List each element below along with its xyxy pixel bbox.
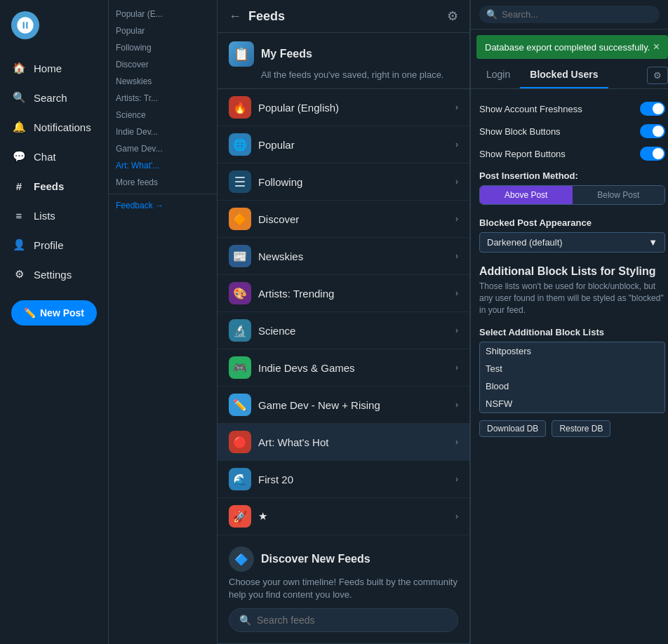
feeds-sidebar-science[interactable]: Science — [109, 107, 217, 123]
feed-item-popular[interactable]: 🌐 Popular › — [218, 126, 469, 163]
above-post-button[interactable]: Above Post — [480, 186, 573, 204]
back-icon[interactable]: ← — [229, 9, 241, 24]
discover-header: 🔷 Discover New Feeds — [229, 546, 458, 572]
chevron-right-icon: › — [455, 140, 458, 149]
search-icon: 🔍 — [11, 90, 27, 105]
tab-blocked-users[interactable]: Blocked Users — [520, 62, 608, 88]
sidebar-item-profile[interactable]: 👤 Profile — [0, 230, 108, 260]
select-block-lists-label: Select Additional Block Lists — [479, 321, 665, 342]
feeds-sidebar-discover[interactable]: Discover — [109, 56, 217, 73]
feed-item-discover[interactable]: 🔶 Discover › — [218, 201, 469, 238]
feeds-sidebar-feedback[interactable]: Feedback → — [109, 197, 217, 214]
download-db-button[interactable]: Download DB — [479, 420, 546, 437]
sidebar-item-feeds[interactable]: # Feeds — [0, 171, 108, 201]
settings-gear-button[interactable]: ⚙ — [647, 67, 668, 84]
block-list-shitposters[interactable]: Shitposters — [480, 342, 664, 360]
block-list-test[interactable]: Test — [480, 360, 664, 377]
chat-icon: 💬 — [11, 149, 27, 164]
discover-search-box[interactable]: 🔍 — [229, 608, 458, 632]
feed-item-newskies[interactable]: 📰 Newskies › — [218, 238, 469, 275]
feeds-sidebar-indie[interactable]: Indie Dev... — [109, 123, 217, 140]
settings-content: Show Account Freshness Show Block Button… — [471, 89, 668, 445]
right-search-icon: 🔍 — [486, 9, 497, 20]
feed-item-art-hot[interactable]: 🔴 Art: What's Hot › — [218, 424, 469, 461]
below-post-button[interactable]: Below Post — [573, 186, 665, 204]
feed-item-left: Following — [229, 170, 302, 193]
chevron-right-icon: › — [455, 326, 458, 335]
right-search-input[interactable] — [502, 9, 653, 20]
show-block-buttons-label: Show Block Buttons — [479, 126, 561, 137]
blocked-appearance-value: Darkened (default) — [487, 237, 563, 248]
feed-icon: 🔴 — [229, 431, 251, 453]
feeds-sidebar-popular-english[interactable]: Popular (E... — [109, 6, 217, 22]
feed-icon: 🌐 — [229, 133, 251, 156]
post-insertion-method: Above Post Below Post — [479, 185, 665, 205]
feed-item-artists[interactable]: 🎨 Artists: Trending › — [218, 275, 469, 312]
app-logo[interactable] — [11, 11, 39, 39]
feed-item-gamedev[interactable]: ✏️ Game Dev - New + Rising › — [218, 387, 469, 424]
sidebar-item-notifications[interactable]: 🔔 Notifications — [0, 112, 108, 142]
feeds-sidebar-gamedev[interactable]: Game Dev... — [109, 140, 217, 157]
tab-login[interactable]: Login — [476, 62, 520, 88]
new-post-icon: ✏️ — [24, 307, 36, 318]
sidebar-item-label: Feeds — [34, 180, 64, 192]
feeds-title: Feeds — [248, 9, 285, 24]
sidebar-divider — [109, 194, 217, 194]
feeds-settings-icon[interactable]: ⚙ — [447, 8, 458, 24]
person-icon: 👤 — [11, 237, 27, 253]
search-icon: 🔍 — [239, 615, 251, 626]
feeds-sidebar-art-hot[interactable]: Art: What'... — [109, 157, 217, 174]
block-list-nsfw[interactable]: NSFW — [480, 395, 664, 412]
feed-item-indie-devs[interactable]: 🎮 Indie Devs & Games › — [218, 349, 469, 387]
sidebar-item-settings[interactable]: ⚙ Settings — [0, 260, 108, 289]
additional-block-subtitle: Those lists won't be used for block/unbl… — [479, 281, 665, 316]
feed-icon: 🚀 — [229, 505, 251, 528]
block-list-blood[interactable]: Blood — [480, 377, 664, 395]
feed-icon: 🌊 — [229, 468, 251, 490]
discover-search-input[interactable] — [257, 615, 448, 626]
feed-item-science[interactable]: 🔬 Science › — [218, 312, 469, 349]
gear-icon: ⚙ — [11, 267, 27, 282]
show-account-freshness-toggle[interactable] — [640, 102, 665, 116]
sidebar-item-lists[interactable]: ≡ Lists — [0, 201, 108, 230]
feed-icon: 🔥 — [229, 96, 251, 119]
feed-icon: 🎮 — [229, 356, 251, 379]
sidebar-item-label: Profile — [34, 239, 64, 251]
feed-name: Science — [258, 325, 295, 337]
sidebar-item-label: Lists — [34, 210, 55, 222]
feed-name: Discover — [258, 213, 299, 225]
show-report-buttons-toggle[interactable] — [640, 147, 665, 161]
right-search-box[interactable]: 🔍 — [479, 6, 660, 23]
feed-name: Game Dev - New + Rising — [258, 399, 380, 411]
feed-item-first20[interactable]: 🌊 First 20 › — [218, 461, 469, 498]
feed-item-left: 🔥 Popular (English) — [229, 96, 339, 119]
feeds-sidebar-following[interactable]: Following — [109, 39, 217, 56]
feeds-sidebar-artists[interactable]: Artists: Tr... — [109, 90, 217, 107]
sidebar-item-chat[interactable]: 💬 Chat — [0, 142, 108, 171]
restore-db-button[interactable]: Restore DB — [552, 420, 610, 437]
show-block-buttons-toggle[interactable] — [640, 124, 665, 138]
feeds-quick-sidebar: Popular (E... Popular Following Discover… — [109, 0, 218, 644]
new-post-button[interactable]: ✏️ New Post — [11, 300, 97, 326]
chevron-right-icon: › — [455, 251, 458, 261]
show-block-buttons-row: Show Block Buttons — [479, 120, 665, 142]
feeds-sidebar-more[interactable]: More feeds — [109, 174, 217, 191]
blocked-appearance-select[interactable]: Darkened (default) ▼ — [479, 232, 665, 253]
block-lists-select[interactable]: Shitposters Test Blood NSFW — [479, 342, 665, 413]
lists-icon: ≡ — [11, 208, 27, 223]
sidebar-item-home[interactable]: 🏠 Home — [0, 53, 108, 83]
sidebar-item-search[interactable]: 🔍 Search — [0, 83, 108, 112]
feed-item-following[interactable]: Following › — [218, 163, 469, 201]
toast-close-button[interactable]: × — [653, 41, 660, 53]
sidebar-item-label: Home — [34, 62, 62, 74]
feed-item-star[interactable]: 🚀 ★ › — [218, 498, 469, 535]
feed-icon: 📰 — [229, 245, 251, 267]
feeds-sidebar-popular[interactable]: Popular — [109, 22, 217, 39]
feed-name: ★ — [258, 510, 267, 523]
feed-item-popular-english[interactable]: 🔥 Popular (English) › — [218, 89, 469, 126]
feeds-panel: ← Feeds ⚙ 📋 My Feeds All the feeds you'v… — [218, 0, 470, 644]
dropdown-chevron-icon: ▼ — [648, 237, 657, 248]
feeds-sidebar-newskies[interactable]: Newskies — [109, 73, 217, 90]
feed-item-left: 🔬 Science — [229, 319, 295, 342]
discover-subtitle: Choose your own timeline! Feeds built by… — [229, 576, 458, 601]
